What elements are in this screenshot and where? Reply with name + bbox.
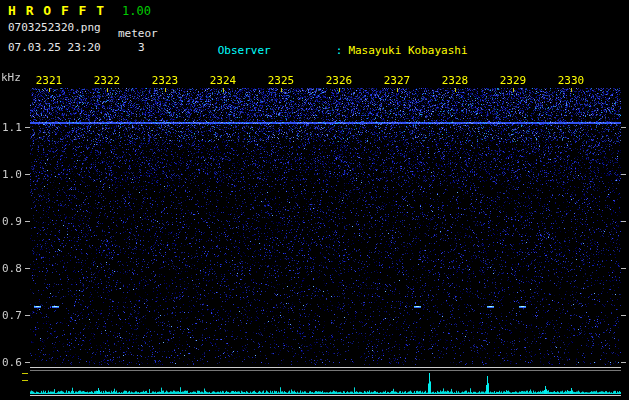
x-axis-tick-label: 2329 xyxy=(499,74,527,87)
x-axis-tick-label: 2326 xyxy=(325,74,353,87)
x-axis-tick-label: 2328 xyxy=(441,74,469,87)
x-axis-tick-label: 2322 xyxy=(93,74,121,87)
hrofft-screen: H R O F F T 1.00 0703252320.png meteor 0… xyxy=(0,0,629,400)
y-axis-tick-label: 0.6 xyxy=(2,356,26,369)
x-axis-tick-label: 2325 xyxy=(267,74,295,87)
app-title: H R O F F T xyxy=(8,3,105,18)
x-axis-tick-label: 2321 xyxy=(35,74,63,87)
observation-mode: meteor xyxy=(118,27,158,40)
x-axis-tick-label: 2330 xyxy=(557,74,585,87)
output-filename: 0703252320.png xyxy=(8,21,101,34)
y-axis-unit-label: kHz xyxy=(1,71,21,84)
info-value: Masayuki Kobayashi xyxy=(348,44,467,57)
y-axis-tick-label: 0.7 xyxy=(2,309,26,322)
spectrogram-canvas xyxy=(0,70,629,400)
app-version: 1.00 xyxy=(122,4,151,18)
x-axis-tick-label: 2324 xyxy=(209,74,237,87)
x-axis-tick-label: 2323 xyxy=(151,74,179,87)
info-separator: : xyxy=(336,44,343,57)
observation-datetime: 07.03.25 23:20 xyxy=(8,41,101,54)
y-axis-tick-label: 1.0 xyxy=(2,168,26,181)
y-axis-tick-label: 1.1 xyxy=(2,121,26,134)
y-axis-tick-label: 0.9 xyxy=(2,215,26,228)
y-axis-tick-label: 0.8 xyxy=(2,262,26,275)
info-row-observer: Observer:Masayuki Kobayashi xyxy=(178,31,629,70)
info-label: Observer xyxy=(218,44,336,57)
x-axis-tick-label: 2327 xyxy=(383,74,411,87)
meteor-count: 3 xyxy=(138,41,145,54)
